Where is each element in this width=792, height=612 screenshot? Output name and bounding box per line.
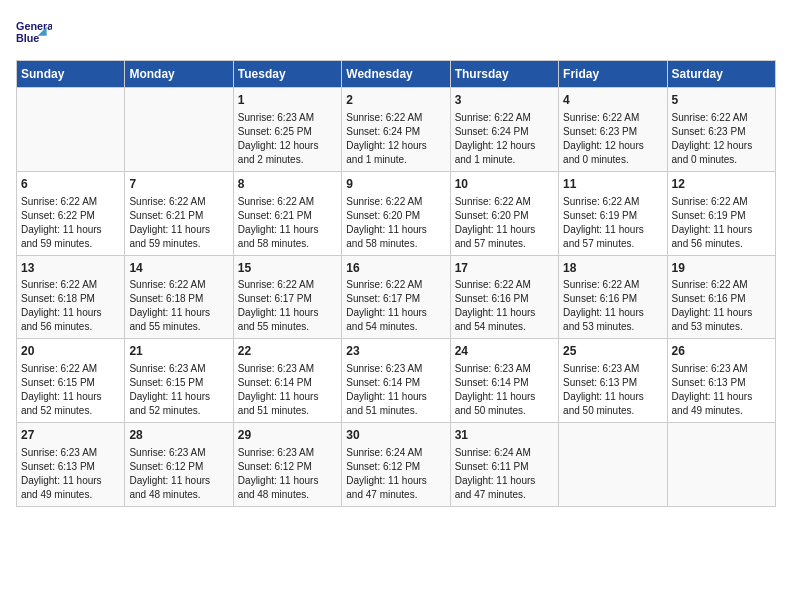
- day-number: 31: [455, 427, 554, 444]
- day-info: Daylight: 11 hours: [21, 306, 120, 320]
- calendar-cell: 14Sunrise: 6:22 AMSunset: 6:18 PMDayligh…: [125, 255, 233, 339]
- day-info: Sunrise: 6:23 AM: [238, 111, 337, 125]
- day-number: 8: [238, 176, 337, 193]
- day-info: Daylight: 11 hours: [129, 306, 228, 320]
- day-number: 26: [672, 343, 771, 360]
- day-info: Daylight: 11 hours: [672, 390, 771, 404]
- calendar-cell: 7Sunrise: 6:22 AMSunset: 6:21 PMDaylight…: [125, 171, 233, 255]
- calendar-cell: 22Sunrise: 6:23 AMSunset: 6:14 PMDayligh…: [233, 339, 341, 423]
- day-info: Sunset: 6:17 PM: [346, 292, 445, 306]
- logo-icon: GeneralBlue: [16, 16, 52, 52]
- day-info: Sunrise: 6:22 AM: [563, 195, 662, 209]
- day-info: Sunrise: 6:22 AM: [455, 278, 554, 292]
- calendar-cell: 26Sunrise: 6:23 AMSunset: 6:13 PMDayligh…: [667, 339, 775, 423]
- day-number: 11: [563, 176, 662, 193]
- day-info: Sunrise: 6:22 AM: [129, 195, 228, 209]
- day-info: and 2 minutes.: [238, 153, 337, 167]
- day-info: Daylight: 11 hours: [21, 474, 120, 488]
- weekday-header-saturday: Saturday: [667, 61, 775, 88]
- day-info: Sunrise: 6:22 AM: [455, 111, 554, 125]
- day-info: and 48 minutes.: [238, 488, 337, 502]
- day-info: and 0 minutes.: [672, 153, 771, 167]
- day-number: 29: [238, 427, 337, 444]
- day-info: Daylight: 11 hours: [129, 474, 228, 488]
- day-info: Sunset: 6:15 PM: [21, 376, 120, 390]
- day-info: Sunrise: 6:22 AM: [346, 111, 445, 125]
- day-info: Daylight: 11 hours: [129, 390, 228, 404]
- day-info: Sunset: 6:15 PM: [129, 376, 228, 390]
- calendar-cell: 27Sunrise: 6:23 AMSunset: 6:13 PMDayligh…: [17, 423, 125, 507]
- day-number: 19: [672, 260, 771, 277]
- day-number: 30: [346, 427, 445, 444]
- day-info: Sunset: 6:20 PM: [346, 209, 445, 223]
- day-info: Daylight: 11 hours: [346, 223, 445, 237]
- day-info: and 54 minutes.: [455, 320, 554, 334]
- weekday-header-sunday: Sunday: [17, 61, 125, 88]
- day-info: and 1 minute.: [346, 153, 445, 167]
- day-info: Sunrise: 6:22 AM: [21, 362, 120, 376]
- day-info: Sunrise: 6:22 AM: [238, 278, 337, 292]
- calendar-cell: [125, 88, 233, 172]
- day-number: 16: [346, 260, 445, 277]
- day-info: Daylight: 12 hours: [672, 139, 771, 153]
- day-info: and 51 minutes.: [346, 404, 445, 418]
- day-number: 4: [563, 92, 662, 109]
- day-info: Sunrise: 6:22 AM: [21, 195, 120, 209]
- day-info: Sunset: 6:23 PM: [563, 125, 662, 139]
- day-info: Sunrise: 6:22 AM: [346, 195, 445, 209]
- day-info: Daylight: 11 hours: [455, 474, 554, 488]
- day-info: Sunrise: 6:23 AM: [21, 446, 120, 460]
- day-info: Daylight: 12 hours: [238, 139, 337, 153]
- day-info: Daylight: 11 hours: [346, 474, 445, 488]
- calendar-cell: 6Sunrise: 6:22 AMSunset: 6:22 PMDaylight…: [17, 171, 125, 255]
- day-info: Sunrise: 6:22 AM: [455, 195, 554, 209]
- day-number: 23: [346, 343, 445, 360]
- calendar-cell: 24Sunrise: 6:23 AMSunset: 6:14 PMDayligh…: [450, 339, 558, 423]
- day-info: Daylight: 12 hours: [455, 139, 554, 153]
- calendar-cell: 18Sunrise: 6:22 AMSunset: 6:16 PMDayligh…: [559, 255, 667, 339]
- calendar-cell: 11Sunrise: 6:22 AMSunset: 6:19 PMDayligh…: [559, 171, 667, 255]
- day-info: Daylight: 11 hours: [238, 474, 337, 488]
- calendar-cell: 17Sunrise: 6:22 AMSunset: 6:16 PMDayligh…: [450, 255, 558, 339]
- day-info: Sunrise: 6:22 AM: [129, 278, 228, 292]
- calendar-cell: 15Sunrise: 6:22 AMSunset: 6:17 PMDayligh…: [233, 255, 341, 339]
- day-info: Daylight: 11 hours: [672, 223, 771, 237]
- calendar-cell: [559, 423, 667, 507]
- calendar-cell: 23Sunrise: 6:23 AMSunset: 6:14 PMDayligh…: [342, 339, 450, 423]
- day-info: and 51 minutes.: [238, 404, 337, 418]
- day-info: Sunset: 6:25 PM: [238, 125, 337, 139]
- day-info: Sunset: 6:16 PM: [672, 292, 771, 306]
- day-info: Daylight: 11 hours: [346, 390, 445, 404]
- day-info: Sunset: 6:19 PM: [563, 209, 662, 223]
- day-number: 27: [21, 427, 120, 444]
- day-info: Sunset: 6:14 PM: [238, 376, 337, 390]
- day-info: Daylight: 11 hours: [21, 390, 120, 404]
- day-info: Sunrise: 6:22 AM: [346, 278, 445, 292]
- day-info: Sunrise: 6:23 AM: [129, 362, 228, 376]
- day-info: Sunset: 6:24 PM: [455, 125, 554, 139]
- day-info: and 52 minutes.: [21, 404, 120, 418]
- day-number: 20: [21, 343, 120, 360]
- day-info: Sunset: 6:13 PM: [563, 376, 662, 390]
- day-info: and 53 minutes.: [672, 320, 771, 334]
- day-number: 10: [455, 176, 554, 193]
- day-info: Sunset: 6:18 PM: [129, 292, 228, 306]
- day-number: 18: [563, 260, 662, 277]
- day-info: Sunset: 6:17 PM: [238, 292, 337, 306]
- day-info: Sunset: 6:14 PM: [455, 376, 554, 390]
- calendar-cell: 29Sunrise: 6:23 AMSunset: 6:12 PMDayligh…: [233, 423, 341, 507]
- day-number: 13: [21, 260, 120, 277]
- day-info: Daylight: 12 hours: [563, 139, 662, 153]
- day-number: 22: [238, 343, 337, 360]
- day-info: Sunrise: 6:23 AM: [238, 362, 337, 376]
- day-info: Daylight: 11 hours: [455, 390, 554, 404]
- day-info: and 58 minutes.: [346, 237, 445, 251]
- svg-text:Blue: Blue: [16, 32, 39, 44]
- day-info: Daylight: 11 hours: [346, 306, 445, 320]
- day-info: Sunset: 6:23 PM: [672, 125, 771, 139]
- day-info: Sunrise: 6:22 AM: [21, 278, 120, 292]
- day-info: Sunrise: 6:24 AM: [455, 446, 554, 460]
- day-number: 14: [129, 260, 228, 277]
- day-info: and 59 minutes.: [129, 237, 228, 251]
- day-info: Sunrise: 6:23 AM: [455, 362, 554, 376]
